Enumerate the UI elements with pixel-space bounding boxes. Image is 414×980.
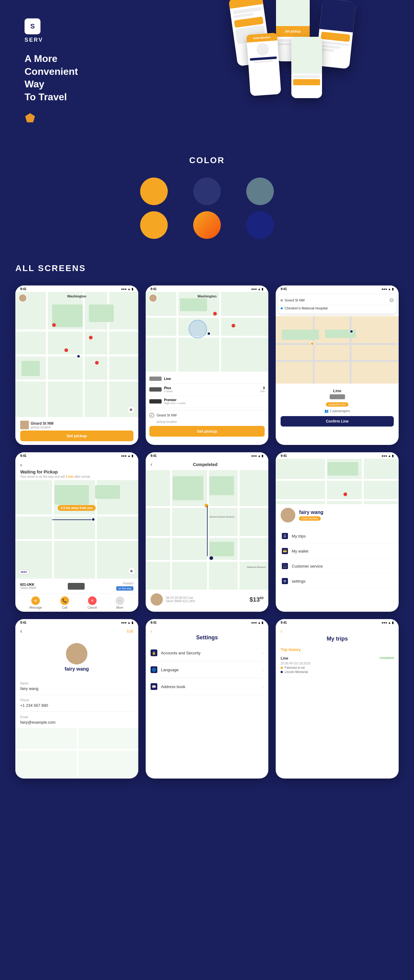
route-line [52, 519, 95, 520]
map-area-4: 2.5 km away from you SERV ⊕ [15, 480, 138, 578]
headset-icon: 🎧 [282, 563, 288, 569]
from-location: Girard St NW [285, 298, 304, 302]
back-btn-7[interactable]: ‹ [20, 628, 22, 635]
name-field: Name fairy wang [20, 678, 134, 695]
color-slate [246, 178, 274, 205]
wifi-2: ▲ [258, 287, 261, 291]
completed-map-bg: African American Museum National Museum [146, 470, 269, 590]
status-bar-7: 9:41 ●●● ▲ ▮ [15, 619, 138, 625]
route-start-pin [205, 504, 208, 508]
status-bar-6: 9:41 ●●● ▲ ▮ [276, 452, 399, 459]
color-navy [193, 178, 221, 205]
plus-min-label: min [260, 390, 265, 393]
status-bar-8: 9:41 ●●● ▲ ▮ [146, 619, 269, 625]
map-bg-4: 2.5 km away from you SERV ⊕ [15, 480, 138, 578]
close-btn-3[interactable]: ✕ [390, 298, 394, 302]
status-bar-5: 9:41 ●●● ▲ ▮ [146, 452, 269, 459]
status-time-6: 9:41 [280, 454, 287, 458]
edit-link-7[interactable]: Edit [127, 629, 134, 633]
cancel-btn[interactable]: ✕ Cancel [88, 597, 97, 609]
back-btn-4[interactable]: ‹ [20, 462, 134, 468]
completed-bottom: 08-19 20:06:44 Line Silver BMW 621-UKK $… [146, 590, 269, 612]
hero-tagline: A More Convenient Way To Travel [24, 52, 116, 103]
car-icon-3 [330, 395, 345, 399]
address-book-label: Address book [161, 684, 186, 689]
email-field: Email fairy@example.com [20, 712, 134, 729]
screen-6-profile: 9:41 ●●● ▲ ▮ [276, 452, 399, 612]
map-green-3 [282, 329, 318, 340]
trip-row-5: 08-19 20:06:44 Line Silver BMW 621-UKK $… [151, 593, 264, 606]
ride-premier-option[interactable]: Premier High-end, 4 seats [149, 396, 265, 407]
status-time-7: 9:41 [20, 621, 26, 624]
tagline-line4: To Travel [24, 91, 67, 102]
tagline-line2: Convenient [24, 66, 78, 77]
trip-price-display: $1360 [250, 596, 264, 603]
menu-my-wallet[interactable]: 💳 My wallet [276, 544, 399, 559]
settings-language[interactable]: 🌐 Language › [151, 662, 264, 678]
menu-customer-service[interactable]: 🎧 Customer service [276, 559, 399, 574]
message-btn[interactable]: ✉ Message [29, 597, 42, 609]
logo-name: SERV [24, 37, 116, 43]
signal-2: ●●● [251, 287, 257, 291]
profile-avatar-6 [280, 508, 295, 522]
back-btn-8[interactable]: ‹ [151, 628, 153, 634]
status-time-1: 9:41 [20, 287, 26, 291]
price-badge: prediction $14 [326, 402, 349, 407]
call-btn[interactable]: 📞 Call [61, 597, 69, 609]
ride-plus-option[interactable]: Plus 5 seats 3 min [149, 383, 265, 396]
back-btn-9[interactable]: ‹ [280, 628, 394, 635]
trip-from-text: Fairmont st nw [285, 666, 305, 670]
status-time-9: 9:41 [280, 621, 287, 624]
status-icons-7: ●●● ▲ ▮ [121, 621, 134, 624]
more-btn[interactable]: ··· More [116, 597, 124, 609]
status-icons-5: ●●● ▲ ▮ [251, 454, 263, 458]
battery-7: ▮ [132, 621, 134, 624]
lock-icon: 🔒 [151, 649, 157, 656]
settings-address-book[interactable]: 📖 Address book › [151, 678, 264, 695]
map-city-label-1: Washington [67, 294, 86, 298]
signal-5: ●●● [251, 454, 257, 458]
status-time-2: 9:41 [151, 287, 157, 291]
to-location: Chindren's Mational Hospital [285, 306, 328, 310]
settings-accounts-security[interactable]: 🔒 Accounts and Security › [151, 644, 264, 662]
location-btn-1[interactable]: ⊕ [127, 406, 135, 413]
avatar-1 [18, 294, 27, 302]
car-img [68, 583, 84, 590]
color-gold [140, 178, 168, 205]
ride-type-label: Line [280, 388, 394, 393]
battery-6: ▮ [392, 454, 394, 458]
wifi-3: ▲ [388, 287, 391, 291]
to-dot-trips [280, 671, 283, 673]
map-area-3 [276, 316, 399, 383]
battery-3: ▮ [392, 287, 394, 291]
set-pickup-btn-1[interactable]: Set pickup [20, 431, 134, 441]
profile-name-6: fairy wang [299, 510, 323, 515]
menu-settings[interactable]: ⚙ settings [276, 574, 399, 589]
signal-7: ●●● [121, 621, 127, 624]
map-area-2: Washington [146, 292, 269, 372]
back-btn-5[interactable]: ‹ [151, 461, 153, 468]
wifi-8: ▲ [258, 621, 261, 624]
logo-letter: S [30, 22, 35, 30]
ride-options: Line Plus 5 seats 3 min Pre [146, 372, 269, 410]
from-dot-trips [280, 667, 283, 669]
color-section-title: COLOR [24, 156, 390, 165]
settings-header-8: ‹ Settings [146, 625, 269, 644]
ride-line-option[interactable]: Line [149, 374, 265, 383]
location-sub-1: pickup location [31, 426, 54, 429]
set-pickup-btn-2[interactable]: Set pickup [149, 426, 265, 437]
map-bg-3 [276, 316, 399, 383]
settings-list-8: 🔒 Accounts and Security › 🌐 Language › 📖… [146, 644, 269, 712]
map-area-1: Washington ⊕ [15, 292, 138, 417]
screens-grid: 9:41 ●●● ▲ ▮ [15, 285, 399, 778]
trip-list-item-1[interactable]: Line completed 20:06:44 Oct 18,2018 Fair… [276, 653, 399, 677]
status-time-3: 9:41 [280, 287, 287, 291]
status-bar-3: 9:41 ●●● ▲ ▮ [276, 285, 399, 292]
location-btn-4[interactable]: ⊕ [128, 567, 135, 574]
map-bg-2: Washington [146, 292, 269, 372]
more-label: More [116, 606, 123, 609]
confirm-btn-3[interactable]: Confirm Line [280, 416, 394, 426]
menu-my-trips[interactable]: ☰ My trips [276, 529, 399, 544]
profile-info-box: fairy wang Gold Member [276, 504, 399, 526]
completed-header: ‹ Compeleted [146, 459, 269, 470]
